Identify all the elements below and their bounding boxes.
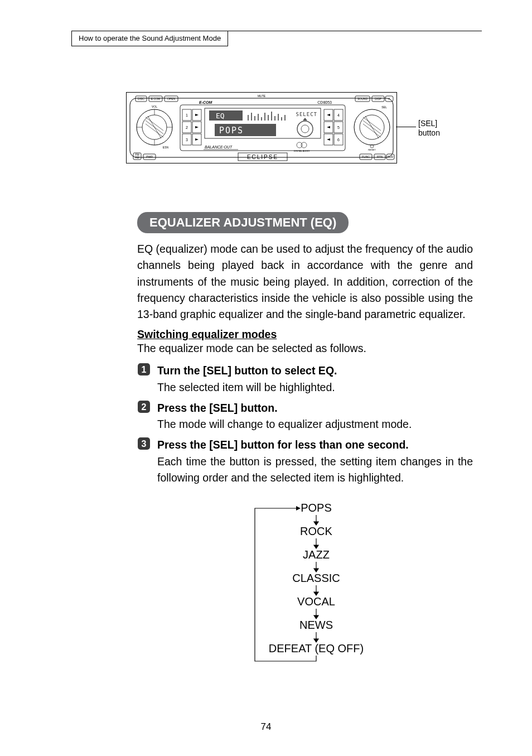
callout-line2: button [418,128,440,137]
svg-point-61 [301,142,307,148]
top-label-mute: MUTE [258,94,266,98]
step-2-desc: The mode will change to equalizer adjust… [157,418,412,430]
bot-label-pwr: PWR [146,155,153,158]
top-label-open: OPEN [167,97,176,100]
cycle-item-jazz: JAZZ [303,548,330,561]
svg-text:1: 1 [142,365,147,374]
subheading: Switching equalizer modes [137,328,473,341]
cycle-item-rock: ROCK [300,525,332,537]
down-arrow-icon [314,538,318,548]
top-label-ecom: E.COM [151,97,160,100]
device-illustration: DISC E.COM OPEN MUTE SOUND DISP A FM [126,92,471,163]
device-frame: DISC E.COM OPEN MUTE SOUND DISP A FM [126,92,397,163]
step-2: 2 Press the [SEL] button. The mode will … [137,400,473,433]
step-3: 3 Press the [SEL] button for less than o… [137,437,473,486]
svg-line-20 [146,117,163,131]
svg-rect-43 [209,110,243,121]
callout-line1: [SEL] [418,119,437,128]
svg-point-58 [301,125,309,133]
step-3-body: Press the [SEL] button for less than one… [157,437,473,486]
svg-text:3: 3 [142,439,147,449]
btn-6: 6 [337,138,340,142]
lcd-select: SELECT [296,112,317,117]
step-1-desc: The selected item will be highlighted. [157,381,335,393]
down-arrow-icon [314,585,318,595]
btn-5: 5 [337,126,340,129]
callout-sel: [SEL] button [418,119,440,138]
step-3-desc: Each time the button is pressed, the set… [157,455,473,484]
btn-1: 1 [186,113,188,117]
lcd-eq: EQ [216,112,225,120]
follow-text: The equalizer mode can be selected as fo… [137,342,473,355]
down-arrow-icon [314,609,318,619]
step-2-badge: 2 [137,400,152,413]
bot-label-esn: ESN [163,146,169,149]
brand-cd: CD8053 [317,100,332,104]
manual-page: How to operate the Sound Adjustment Mode… [0,0,532,756]
badge-1-icon: 1 [137,363,151,376]
svg-text:2: 2 [142,402,147,412]
top-label-disp: DISP [375,97,381,100]
down-arrow-icon [314,632,318,642]
badge-3-icon: 3 [137,437,151,450]
cycle-item-pops: POPS [301,502,332,514]
svg-point-57 [297,121,313,137]
top-label-data: A [388,97,390,100]
bot-label-func: FUNC [362,155,370,158]
svg-line-19 [146,124,163,137]
cycle-item-defeat: DEFEAT (EQ OFF) [269,642,364,654]
brand-eclipse: ECLIPSE [247,154,278,160]
step-3-badge: 3 [137,437,152,450]
step-1: 1 Turn the [SEL] button to select EQ. Th… [137,363,473,396]
content: EQUALIZER ADJUSTMENT (EQ) EQ (equalizer)… [137,212,473,666]
svg-line-25 [363,124,381,137]
cycle-svg: POPS ROCK JAZZ CLASSIC VOCAL NEWS DEFEAT… [221,498,389,666]
down-arrow-icon [314,562,318,572]
step-1-body: Turn the [SEL] button to select EQ. The … [157,363,473,396]
svg-text:DIGITAL AUDIO: DIGITAL AUDIO [294,150,310,152]
callout-line [396,127,416,127]
btn-3: 3 [186,138,188,142]
cycle-diagram: POPS ROCK JAZZ CLASSIC VOCAL NEWS DEFEAT… [137,498,473,666]
top-label-disc: DISC [138,97,144,100]
breadcrumb-text: How to operate the Sound Adjustment Mode [79,34,221,42]
reset-label: RESET [368,148,376,151]
section-title-text: EQUALIZER ADJUSTMENT (EQ) [149,215,336,229]
vol-label: VOL [152,105,157,108]
btn-2: 2 [186,126,188,129]
step-1-badge: 1 [137,363,152,376]
balance-out: BALANCE·OUT [205,145,233,149]
svg-line-26 [363,117,381,131]
lcd-pops: POPS [219,126,244,136]
section-title: EQUALIZER ADJUSTMENT (EQ) [137,212,349,233]
btn-4: 4 [337,113,340,117]
cycle-item-news: NEWS [299,619,333,631]
bot-label-rtn: RTN [377,155,383,158]
bot-label-am: AM [135,156,139,159]
top-label-sound: SOUND [357,97,367,100]
breadcrumb: How to operate the Sound Adjustment Mode [71,31,228,46]
step-2-body: Press the [SEL] button. The mode will ch… [157,400,473,433]
bot-label-aud: AUD [388,155,394,158]
device-svg: DISC E.COM OPEN MUTE SOUND DISP A FM [127,93,396,163]
badge-2-icon: 2 [137,400,151,413]
step-3-title: Press the [SEL] button for less than one… [157,439,409,451]
intro-text: EQ (equalizer) mode can be used to adjus… [137,241,473,322]
sel-label: SEL [381,105,387,109]
cycle-item-vocal: VOCAL [297,595,335,608]
svg-point-60 [297,142,302,148]
down-arrow-icon [314,515,318,525]
step-1-title: Turn the [SEL] button to select EQ. [157,364,337,377]
cycle-item-classic: CLASSIC [292,572,340,584]
step-2-title: Press the [SEL] button. [157,402,278,414]
page-number: 74 [0,721,532,733]
right-arrow-icon [296,506,301,511]
brand-ecom: E-COM [199,100,212,104]
